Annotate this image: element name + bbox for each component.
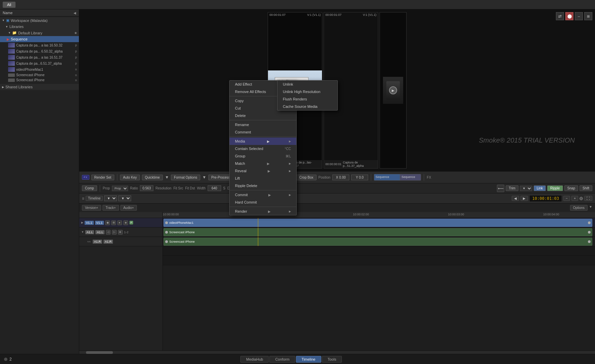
file-name-2: Captura de pa... a las 16.51.37 (16, 56, 74, 59)
options-dropdown[interactable]: ▼ (589, 205, 592, 211)
ctx-contain-selected[interactable]: Contain Selected °CC (230, 145, 296, 152)
sidebar-file-1[interactable]: Captura de pa... 6.50.32_alpha p (0, 48, 79, 54)
sidebar-file-4[interactable]: videoIPhoneMac1 n (0, 66, 79, 72)
sequence-red-icon: ▶ (7, 37, 9, 41)
x-input[interactable] (332, 175, 349, 180)
tl-fullscreen[interactable]: ⛶ (584, 196, 592, 201)
viewer-icon-2[interactable]: ⬤ (565, 12, 573, 20)
right-toolbar-btns: ⟵ Trim ▼ Link Ripple Snap Shift (497, 185, 592, 192)
tl-dot-indicator[interactable] (579, 197, 583, 200)
sidebar-libraries[interactable]: ▼ Libraries (0, 24, 79, 30)
ctx-ripple-delete-label: Ripple Delete (235, 184, 257, 188)
audio-clip-block-2[interactable]: Screencast iPhone (163, 238, 592, 246)
sidebar-file-2[interactable]: Captura de pa... a las 16.51.37 p (0, 54, 79, 60)
track-p-button[interactable]: P (129, 221, 133, 224)
track-icon-link[interactable]: ⊞ (111, 220, 116, 225)
viewer-icon-3[interactable]: ↔ (575, 12, 583, 20)
render-set-button[interactable]: Render Set (91, 175, 115, 180)
sidebar-collapse-icon[interactable]: ◀ (73, 11, 76, 15)
track-icon-misc[interactable]: ◈ (123, 220, 128, 225)
ctx-delete[interactable]: Delete (230, 112, 296, 119)
sub-unlink-hires[interactable]: Unlink High Resolution (277, 88, 337, 95)
crop-box-button[interactable]: Crop Box (296, 175, 317, 180)
sidebar-default-library[interactable]: ▼ 📁 Default Library ◉ (0, 30, 79, 36)
trim-button[interactable]: Trim (506, 185, 518, 191)
version-plus-button[interactable]: Version+ (82, 205, 101, 211)
ripple-button[interactable]: Ripple (547, 185, 563, 191)
sub-flush-renders[interactable]: Flush Renders (277, 95, 337, 103)
quicktime-button[interactable]: Quicktime (142, 175, 163, 180)
toolbar-dropdown-icon[interactable]: ▼ (165, 175, 169, 180)
viewer-icon-1[interactable]: ⇄ (556, 12, 564, 20)
audio-icon-prev[interactable]: ◁ (106, 230, 111, 235)
ctx-media[interactable]: Media ▶ (230, 138, 296, 145)
scrollbar-thumb[interactable] (86, 351, 113, 354)
link-button[interactable]: Link (534, 185, 546, 191)
ctx-lift[interactable]: Lift (230, 175, 296, 182)
ctx-commit-arrow: ▶ (268, 193, 271, 197)
tab-all[interactable]: All (3, 2, 16, 8)
sub-unlink[interactable]: Unlink (277, 81, 337, 88)
ctx-group[interactable]: Group ⌘L (230, 152, 296, 160)
audio-track1-row: Screencast iPhone (163, 228, 595, 237)
tl-scroll-left[interactable]: ◀ (512, 196, 519, 201)
format-options-button[interactable]: Format Options (171, 175, 200, 180)
trim-mode-select[interactable]: ▼ (520, 186, 532, 191)
sidebar-file-5[interactable]: Screencast iPhone n (0, 72, 79, 78)
rtb-arrow-icon[interactable]: ⟵ (497, 185, 504, 192)
ctx-ripple-delete[interactable]: Ripple Delete (230, 182, 296, 189)
ratio-input[interactable] (140, 185, 153, 191)
audio-icon-next[interactable]: ▷ (112, 230, 117, 235)
shift-button[interactable]: Shift (579, 185, 592, 191)
audio-clip-block-1[interactable]: Screencast iPhone (163, 228, 592, 236)
viewer1-label: V:1 (V1.1) (307, 13, 321, 17)
toolbar-dropdown-icon2[interactable]: ▼ (202, 175, 206, 180)
viewer-icon-4[interactable]: ⊞ (584, 12, 592, 20)
ctx-comment[interactable]: Comment (230, 128, 296, 136)
ctx-render[interactable]: Render ▶ (230, 208, 296, 215)
video-clip-block[interactable]: videoIPhoneMac1 (163, 219, 592, 227)
tab-timeline[interactable]: Timeline (296, 356, 321, 363)
fx-label2: FX (427, 176, 431, 179)
tl-mode-select[interactable]: ▼ (104, 195, 117, 201)
options-button[interactable]: Options (570, 205, 588, 211)
tl-scroll-right[interactable]: ▶ (520, 196, 528, 201)
sidebar-workspace[interactable]: ▼ ▣ Workspace (Malavida) (0, 17, 79, 24)
sidebar-file-0[interactable]: Captura de pa... a las 16.50.32 p (0, 42, 79, 48)
ctx-match[interactable]: Match ▶ (230, 160, 296, 167)
tl-zoom-in[interactable]: + (571, 196, 578, 201)
track-plus-button[interactable]: Track+ (102, 205, 119, 211)
tl-zoom-out[interactable]: − (563, 196, 570, 201)
track-icon-lock[interactable]: ▸ (117, 220, 122, 225)
ctx-group-shortcut: ⌘L (286, 154, 291, 158)
ctx-reveal[interactable]: Reveal ▶ (230, 167, 296, 175)
sidebar-file-3[interactable]: Captura de pa...6.51.37_alpha p (0, 60, 79, 66)
sidebar-shared-libraries[interactable]: ▶ Shared Libraries (0, 84, 79, 90)
ctx-rename[interactable]: Rename (230, 121, 296, 128)
audio-plus-button[interactable]: Audio+ (120, 205, 137, 211)
timeline-label[interactable]: Timeline (86, 196, 103, 201)
tl-view-select[interactable]: ▼ (118, 195, 131, 201)
width-input[interactable] (208, 185, 221, 191)
ctx-hard-commit[interactable]: Hard Commit (230, 199, 296, 206)
auto-key-button[interactable]: Auto Key (120, 175, 140, 180)
sidebar-sequence-item[interactable]: ▶ Sequence (0, 36, 79, 42)
track-icon-eye[interactable]: ◉ (105, 220, 110, 225)
horizontal-scrollbar[interactable] (79, 351, 595, 354)
prop-select[interactable]: Prop (112, 186, 128, 191)
y-input[interactable] (351, 175, 368, 180)
tab-tools[interactable]: Tools (322, 356, 342, 363)
fit-src-label: Fit Src (173, 186, 183, 190)
sidebar-file-6[interactable]: Screencast iPhone n (0, 78, 79, 83)
snap-button[interactable]: Snap (564, 185, 578, 191)
tab-conform[interactable]: Conform (269, 356, 295, 363)
fx-button[interactable]: FX (82, 175, 89, 180)
position-label: Position (319, 176, 331, 179)
comp-button[interactable]: Comp (82, 185, 97, 191)
tab-mediahub[interactable]: MediaHub (240, 356, 269, 363)
ctx-commit[interactable]: Commit ▶ (230, 191, 296, 199)
audio-icon-input[interactable]: ⊕ (118, 230, 123, 235)
sub-cache-source[interactable]: Cache Source Media (277, 103, 337, 110)
audio-expand-icon[interactable]: ▼ (81, 231, 84, 234)
track-expand-icon[interactable]: ▶ (81, 221, 83, 224)
